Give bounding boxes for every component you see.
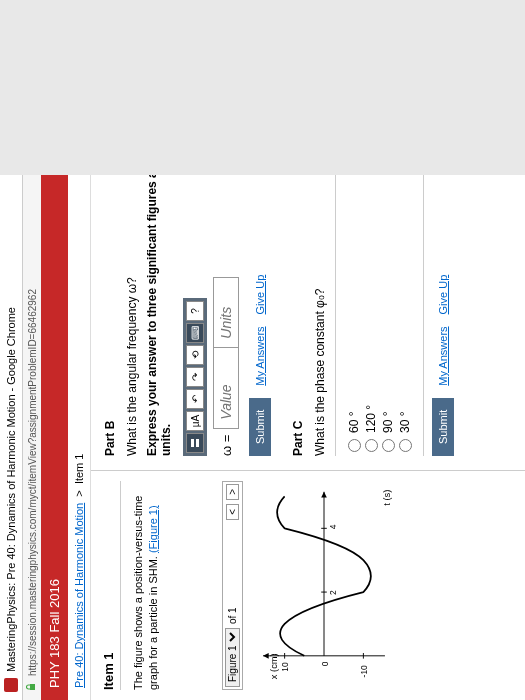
answer-box (213, 277, 239, 429)
option-90[interactable]: 90 ° (381, 175, 395, 452)
svg-marker-3 (321, 492, 327, 498)
item-title: Item 1 (101, 481, 121, 690)
url-bar[interactable]: https://session.masteringphysics.com/myc… (23, 175, 41, 700)
breadcrumb-item: Item 1 (73, 454, 85, 485)
redo-icon[interactable]: ↷ (186, 367, 204, 387)
part-b-question: What is the angular frequency ω? (125, 175, 139, 456)
breadcrumb: Pre 40: Dynamics of Harmonic Motion > It… (68, 175, 91, 700)
window-titlebar: MasteringPhysics: Pre 40: Dynamics of Ha… (0, 175, 23, 700)
svg-text:x (cm): x (cm) (269, 653, 279, 679)
give-up-link-c[interactable]: Give Up (437, 275, 449, 315)
my-answers-link-b[interactable]: My Answers (254, 326, 266, 385)
help-button[interactable]: ? (186, 301, 204, 321)
value-input[interactable] (214, 348, 238, 428)
svg-text:-10: -10 (359, 665, 369, 677)
shm-graph: x (cm) t (s) 10 0 -10 2 4 (249, 481, 399, 690)
figure-count: of 1 (227, 607, 238, 624)
submit-button-b[interactable]: Submit (249, 398, 271, 456)
figure-link[interactable]: (Figure 1) (147, 505, 159, 553)
part-b-label: Part B (103, 175, 117, 456)
options-group: 60 ° 120 ° 90 ° 30 ° (335, 175, 424, 456)
svg-marker-4 (263, 653, 269, 659)
lock-icon (26, 682, 38, 692)
figure-dropdown[interactable]: Figure 1 (225, 628, 240, 687)
svg-text:2: 2 (328, 590, 338, 595)
option-60[interactable]: 60 ° (347, 175, 361, 452)
svg-rect-16 (191, 439, 194, 447)
give-up-link-b[interactable]: Give Up (254, 275, 266, 315)
frac-icon[interactable] (186, 433, 204, 453)
option-120[interactable]: 120 ° (364, 175, 378, 452)
svg-text:t (s): t (s) (381, 490, 391, 506)
window-title: MasteringPhysics: Pre 40: Dynamics of Ha… (5, 307, 17, 672)
course-name: PHY 183 Fall 2016 (47, 579, 62, 688)
figure-selector: Figure 1 of 1 < > (222, 481, 243, 690)
left-panel: Item 1 The figure shows a position-versu… (91, 470, 525, 700)
reset-icon[interactable]: ⟲ (186, 345, 204, 365)
my-answers-link-c[interactable]: My Answers (437, 326, 449, 385)
figure-prev[interactable]: < (226, 504, 239, 520)
right-panel: Part B What is the angular frequency ω? … (91, 175, 525, 470)
omega-symbol: ω = (219, 435, 234, 456)
svg-text:4: 4 (328, 524, 338, 529)
url-text: https://session.masteringphysics.com/myc… (27, 289, 38, 676)
svg-rect-0 (30, 684, 35, 690)
option-30[interactable]: 30 ° (398, 175, 412, 452)
svg-text:0: 0 (320, 661, 330, 666)
figure-next[interactable]: > (226, 484, 239, 500)
graph-area: x (cm) t (s) 10 0 -10 2 4 (249, 481, 515, 690)
breadcrumb-assignment[interactable]: Pre 40: Dynamics of Harmonic Motion (73, 503, 85, 688)
part-c-label: Part C (291, 175, 305, 456)
favicon (4, 678, 18, 692)
undo-icon[interactable]: ↶ (186, 389, 204, 409)
svg-text:10: 10 (280, 662, 290, 672)
units-input[interactable] (214, 278, 238, 348)
part-c-question: What is the phase constant φ₀? (313, 175, 327, 456)
answer-toolbar: μA ↶ ↷ ⟲ ⌨ ? (183, 298, 207, 456)
figure-description: The figure shows a position-versus-time … (131, 481, 162, 690)
mu-a-button[interactable]: μA (186, 411, 204, 431)
course-header: PHY 183 Fall 2016 < prev (41, 175, 68, 700)
svg-rect-17 (196, 439, 199, 447)
keyboard-icon[interactable]: ⌨ (186, 323, 204, 343)
provide-feedback-link[interactable]: Provide Feedback (474, 175, 485, 456)
submit-button-c[interactable]: Submit (432, 398, 454, 456)
part-b-instruction: Express your answer to three significant… (145, 175, 173, 456)
